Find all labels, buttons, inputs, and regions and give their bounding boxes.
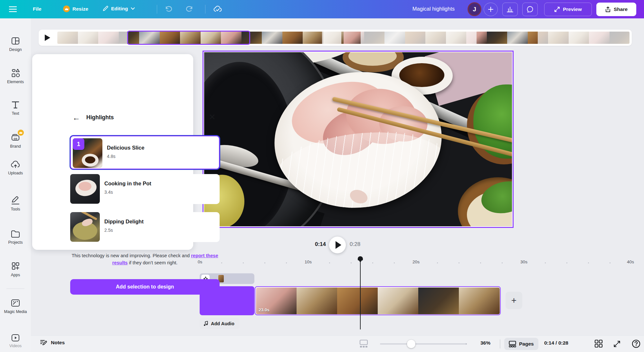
filmstrip-thumbnail bbox=[446, 32, 467, 44]
highlight-item-dipping-delight[interactable]: Dipping Delight 2.5s bbox=[70, 212, 220, 242]
filmstrip-thumbnail bbox=[201, 32, 221, 44]
filmstrip-thumbnail bbox=[610, 32, 630, 44]
highlight-item-cooking-in-the-pot[interactable]: Cooking in the Pot 3.4s bbox=[70, 174, 220, 204]
design-icon bbox=[11, 36, 20, 46]
undo-icon bbox=[165, 5, 173, 13]
redo-icon bbox=[185, 5, 193, 13]
sidebar-item-brand[interactable]: co Brand bbox=[0, 132, 31, 149]
main-menu-button[interactable] bbox=[9, 6, 17, 12]
filmstrip-thumbnail bbox=[242, 32, 262, 44]
sidebar-item-apps[interactable]: Apps bbox=[0, 261, 31, 277]
ruler-label-10s: 10s bbox=[305, 259, 312, 264]
zoom-slider-end bbox=[466, 343, 467, 345]
ruler-tick bbox=[502, 262, 503, 263]
resize-button[interactable]: Resize bbox=[63, 5, 88, 12]
disclaimer-text: This technology is new and improving. Pl… bbox=[69, 252, 221, 267]
editing-mode-dropdown[interactable]: Editing bbox=[102, 5, 135, 12]
filmstrip-thumbnail bbox=[466, 32, 487, 44]
redo-button[interactable] bbox=[185, 5, 193, 13]
filmstrip-thumbnail bbox=[57, 32, 78, 44]
cloud-save-status-button[interactable] bbox=[213, 5, 222, 13]
crown-badge-icon bbox=[18, 130, 24, 136]
text-icon bbox=[11, 100, 20, 110]
filmstrip-thumbnail bbox=[160, 32, 180, 44]
playhead-line[interactable] bbox=[360, 258, 361, 329]
file-menu-button[interactable]: File bbox=[33, 6, 42, 12]
pages-toggle-button[interactable]: Pages bbox=[504, 338, 538, 350]
sidebar-item-uploads[interactable]: Uploads bbox=[0, 160, 31, 175]
filmstrip-thumbnail bbox=[282, 32, 303, 44]
document-title[interactable]: Magical highlights bbox=[382, 6, 455, 12]
zoom-slider-thumb[interactable] bbox=[407, 340, 415, 348]
ruler-tick bbox=[610, 262, 611, 263]
sidebar-item-magic-media[interactable]: Magic Media bbox=[0, 298, 31, 314]
ruler-tick bbox=[243, 262, 244, 263]
zoom-slider[interactable] bbox=[380, 343, 466, 345]
help-button[interactable] bbox=[632, 339, 640, 348]
notes-button[interactable]: Notes bbox=[40, 339, 65, 346]
add-clip-button[interactable]: + bbox=[506, 292, 522, 309]
add-selection-to-design-button[interactable]: Add selection to design bbox=[70, 279, 220, 295]
share-button[interactable]: Share bbox=[596, 3, 636, 16]
total-time: 0:28 bbox=[350, 241, 360, 248]
crown-icon bbox=[63, 5, 70, 12]
ruler-label-20s: 20s bbox=[412, 259, 420, 264]
filmstrip-play-button[interactable] bbox=[43, 34, 51, 42]
comments-button[interactable] bbox=[522, 3, 538, 16]
video-clip[interactable]: 23.0s bbox=[255, 286, 501, 315]
grid-view-button[interactable] bbox=[594, 339, 603, 348]
panel-title: Highlights bbox=[86, 114, 114, 121]
highlight-thumbnail bbox=[70, 174, 100, 204]
sidebar-item-projects[interactable]: Projects bbox=[0, 230, 31, 245]
play-button[interactable] bbox=[329, 237, 346, 253]
hamburger-icon bbox=[9, 6, 17, 12]
svg-text:co: co bbox=[14, 137, 17, 140]
filmstrip-thumbnails[interactable] bbox=[57, 32, 630, 44]
insights-button[interactable] bbox=[502, 3, 518, 16]
highlight-thumbnail bbox=[70, 212, 100, 242]
filmstrip-thumbnail bbox=[548, 32, 569, 44]
timeline-view-toggle[interactable] bbox=[359, 339, 368, 348]
sidebar-item-design[interactable]: Design bbox=[0, 36, 31, 52]
sidebar-item-elements[interactable]: Elements bbox=[0, 68, 31, 84]
sidebar-item-text[interactable]: Text bbox=[0, 100, 31, 116]
add-audio-button[interactable]: Add Audio bbox=[200, 318, 240, 329]
comment-bubble-icon bbox=[526, 6, 534, 13]
cloud-check-icon bbox=[213, 5, 222, 13]
filmstrip-thumbnail bbox=[98, 32, 119, 44]
add-member-button[interactable] bbox=[484, 3, 498, 16]
chevron-down-icon bbox=[131, 7, 135, 10]
back-arrow-icon[interactable]: ← bbox=[72, 113, 80, 122]
highlight-item-delicious-slice[interactable]: 1 Delicious Slice 4.8s bbox=[70, 136, 220, 169]
zoom-level[interactable]: 36% bbox=[480, 340, 490, 346]
clip-thumbnail bbox=[459, 288, 499, 314]
ruler-tick bbox=[394, 262, 395, 263]
sidebar-item-videos[interactable]: Videos bbox=[0, 334, 31, 348]
upload-cloud-icon bbox=[10, 160, 21, 169]
avatar[interactable]: J bbox=[468, 2, 481, 16]
undo-button[interactable] bbox=[165, 5, 173, 13]
pages-icon bbox=[509, 341, 516, 347]
video-frame-selected[interactable] bbox=[203, 51, 514, 228]
filmstrip-scrubber bbox=[39, 30, 632, 46]
sidebar-item-tools[interactable]: Tools bbox=[0, 196, 31, 211]
plus-icon bbox=[488, 6, 494, 12]
filmstrip-thumbnail bbox=[262, 32, 282, 44]
close-icon[interactable]: ✕ bbox=[209, 112, 216, 122]
grid-icon bbox=[594, 339, 603, 348]
clip-thumbnail bbox=[297, 288, 337, 314]
ruler-tick bbox=[459, 262, 459, 263]
apps-icon bbox=[10, 261, 21, 271]
ruler-tick bbox=[286, 262, 287, 263]
filmstrip-thumbnail bbox=[180, 32, 201, 44]
ruler-tick bbox=[351, 262, 352, 263]
bottombar-divider bbox=[500, 339, 500, 348]
fullscreen-button[interactable] bbox=[613, 340, 621, 348]
expand-arrows-icon bbox=[554, 6, 560, 12]
time-display: 0:14 / 0:28 bbox=[544, 340, 568, 346]
sidebar-divider bbox=[6, 288, 24, 289]
preview-button[interactable]: Preview bbox=[544, 3, 592, 16]
ruler-tick bbox=[329, 262, 330, 263]
playhead-handle[interactable] bbox=[358, 256, 363, 260]
filmstrip-thumbnail bbox=[303, 32, 323, 44]
